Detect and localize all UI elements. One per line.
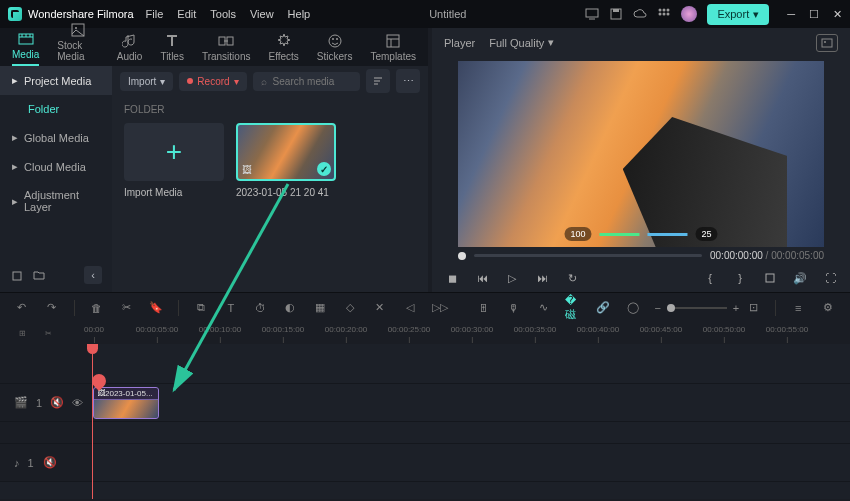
loop-button[interactable]: ↻ [562, 268, 582, 288]
split-button[interactable]: ✂ [118, 300, 134, 316]
fullscreen-button[interactable]: ⛶ [820, 268, 840, 288]
menu-file[interactable]: File [146, 8, 164, 20]
playhead[interactable] [92, 344, 93, 499]
plus-icon: + [166, 136, 182, 168]
tab-transitions[interactable]: Transitions [202, 33, 251, 66]
search-input[interactable]: ⌕Search media [253, 72, 360, 91]
list-view-button[interactable]: ≡ [790, 300, 806, 316]
link-button[interactable]: 🔗 [595, 300, 611, 316]
detach-audio-button[interactable]: ✕ [372, 300, 388, 316]
svg-rect-18 [13, 272, 21, 280]
video-preview[interactable]: 100 25 [458, 61, 824, 247]
mark-in-button[interactable]: { [700, 268, 720, 288]
close-button[interactable]: ✕ [833, 8, 842, 21]
audio-track-body[interactable] [92, 444, 850, 481]
svg-point-8 [667, 13, 670, 16]
forward-tool-button[interactable]: ▷▷ [432, 300, 448, 316]
import-dropdown[interactable]: Import▾ [120, 72, 173, 91]
tab-templates[interactable]: Templates [370, 33, 416, 66]
app-logo: Wondershare Filmora [8, 7, 134, 21]
minimize-button[interactable]: ─ [787, 8, 795, 21]
folder-icon[interactable] [32, 268, 46, 282]
undo-button[interactable]: ↶ [14, 300, 30, 316]
menu-view[interactable]: View [250, 8, 274, 20]
crop-button[interactable] [760, 268, 780, 288]
next-frame-button[interactable]: ⏭ [532, 268, 552, 288]
import-media-tile[interactable]: + Import Media [124, 123, 224, 198]
tab-stickers[interactable]: Stickers [317, 33, 353, 66]
scrub-bar[interactable]: 00:00:00:00 / 00:00:05:00 [432, 247, 850, 265]
save-icon[interactable] [609, 7, 623, 21]
device-icon[interactable] [585, 7, 599, 21]
audio-mute-button[interactable]: 🔇 [42, 455, 58, 471]
stop-button[interactable]: ◼ [442, 268, 462, 288]
text-tool-button[interactable]: T [223, 300, 239, 316]
menu-help[interactable]: Help [288, 8, 311, 20]
zoom-in-button[interactable]: + [733, 302, 739, 314]
color-button[interactable]: ◐ [282, 300, 298, 316]
redo-button[interactable]: ↷ [44, 300, 60, 316]
settings-button[interactable]: ⚙ [820, 300, 836, 316]
sort-button[interactable] [366, 69, 390, 93]
track-mute-button[interactable]: 🔇 [50, 395, 64, 411]
track-clip-button[interactable]: ✂ [40, 325, 56, 341]
user-avatar[interactable] [681, 6, 697, 22]
svg-point-16 [336, 38, 338, 40]
snapshot-button[interactable] [816, 34, 838, 52]
quality-dropdown[interactable]: Full Quality▾ [489, 36, 554, 49]
notify-icon[interactable] [657, 7, 671, 21]
zoom-fit-button[interactable]: ⊡ [745, 300, 761, 316]
video-track-body[interactable]: 🖼2023-01-05... [92, 384, 850, 421]
tab-stock-media[interactable]: Stock Media [57, 22, 99, 66]
sidebar-item-adjustment-layer[interactable]: ▸Adjustment Layer [0, 181, 112, 221]
bin-icon[interactable] [10, 268, 24, 282]
svg-rect-17 [387, 35, 399, 47]
mixer-button[interactable]: 🎚 [476, 300, 492, 316]
sidebar-item-global-media[interactable]: ▸Global Media [0, 123, 112, 152]
zoom-out-button[interactable]: − [654, 302, 660, 314]
menu-edit[interactable]: Edit [177, 8, 196, 20]
greenscreen-button[interactable]: ▦ [312, 300, 328, 316]
crop-tool-button[interactable]: ⧉ [193, 300, 209, 316]
tab-media[interactable]: Media [12, 31, 39, 66]
media-clip-tile[interactable]: 🖼 2023-01-05 21 20 41 [236, 123, 336, 198]
more-button[interactable]: ⋯ [396, 69, 420, 93]
sidebar-item-project-media[interactable]: ▸Project Media [0, 66, 112, 95]
marker-button[interactable]: 🔖 [148, 300, 164, 316]
tab-audio[interactable]: Audio [117, 33, 143, 66]
play-button[interactable]: ▷ [502, 268, 522, 288]
tab-titles[interactable]: Titles [160, 33, 184, 66]
delete-button[interactable]: 🗑 [89, 300, 105, 316]
timeline-ruler[interactable]: ⊞ ✂ 00:00 00:00:05:00 00:00:10:00 00:00:… [0, 322, 850, 344]
zoom-control[interactable]: − + ⊡ [654, 300, 761, 316]
export-button[interactable]: Export▾ [707, 4, 769, 25]
marker2-button[interactable]: ◯ [625, 300, 641, 316]
menu-tools[interactable]: Tools [210, 8, 236, 20]
keyframe-button[interactable]: ◇ [342, 300, 358, 316]
sidebar-item-cloud-media[interactable]: ▸Cloud Media [0, 152, 112, 181]
timeline-toolbar: ↶ ↷ 🗑 ✂ 🔖 ⧉ T ⏱ ◐ ▦ ◇ ✕ ◁ ▷▷ 🎚 🎙 ∿ �磁 🔗 … [0, 292, 850, 322]
cloud-icon[interactable] [633, 7, 647, 21]
scrub-handle[interactable] [458, 252, 466, 260]
svg-rect-21 [766, 274, 774, 282]
back-tool-button[interactable]: ◁ [402, 300, 418, 316]
snap-button[interactable]: �磁 [565, 300, 581, 316]
voiceover-button[interactable]: 🎙 [505, 300, 521, 316]
speed-button[interactable]: ⏱ [253, 300, 269, 316]
sidebar-item-folder[interactable]: Folder [0, 95, 112, 123]
maximize-button[interactable]: ☐ [809, 8, 819, 21]
svg-point-15 [332, 38, 334, 40]
document-title: Untitled [322, 8, 573, 20]
chevron-down-icon: ▾ [160, 76, 165, 87]
tab-effects[interactable]: Effects [268, 33, 298, 66]
timeline-clip[interactable]: 🖼2023-01-05... [93, 387, 159, 419]
svg-rect-0 [586, 9, 598, 17]
prev-frame-button[interactable]: ⏮ [472, 268, 492, 288]
collapse-sidebar-button[interactable]: ‹ [84, 266, 102, 284]
track-add-button[interactable]: ⊞ [14, 325, 30, 341]
mark-out-button[interactable]: } [730, 268, 750, 288]
audio-stretch-button[interactable]: ∿ [535, 300, 551, 316]
track-hide-button[interactable]: 👁 [72, 395, 83, 411]
volume-button[interactable]: 🔊 [790, 268, 810, 288]
record-dropdown[interactable]: Record▾ [179, 72, 246, 91]
